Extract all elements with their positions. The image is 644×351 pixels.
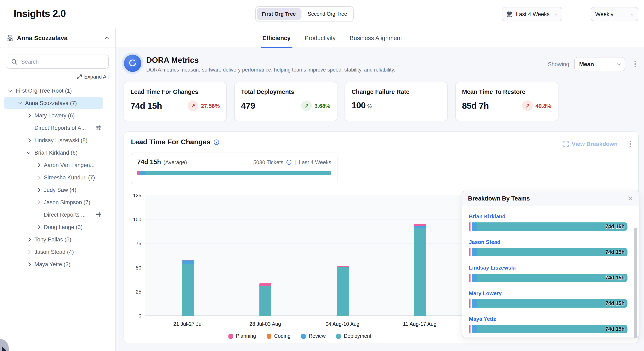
planning-segment [469, 222, 470, 231]
showing-label: Showing [548, 61, 569, 67]
tree-item[interactable]: Jason Simpson (7) [4, 196, 103, 208]
info-icon[interactable] [214, 139, 220, 145]
tab-business-alignment[interactable]: Business Alignment [350, 28, 402, 48]
y-tick-label: 25 [126, 289, 141, 295]
drawer-expand-handle[interactable] [0, 339, 9, 351]
chevron-down-icon [17, 100, 22, 104]
team-item: Maya Yette74d 15h [469, 315, 628, 333]
expand-all-button[interactable]: Expand All [0, 74, 115, 80]
deployment-segment: 74d 15h [477, 325, 628, 333]
chart-y-axis: 0255075100125 [126, 196, 141, 316]
tree-item[interactable]: Anna Scozzafava (7) [4, 97, 103, 109]
review-segment [472, 222, 477, 231]
tree-item[interactable]: Jason Stead (4) [4, 246, 103, 258]
team-bar[interactable]: 74d 15h [469, 248, 628, 256]
y-tick-label: 125 [126, 193, 141, 198]
separator: | [294, 159, 296, 165]
delta-badge: ↗40.8% [522, 101, 551, 111]
dora-section-title: DORA Metrics [146, 56, 199, 65]
team-bar[interactable]: 74d 15h [469, 222, 628, 231]
team-value: 74d 15h [606, 300, 624, 306]
tabs-bar: Efficiency Productivity Business Alignme… [116, 28, 644, 48]
legend-item-coding[interactable]: Coding [267, 333, 290, 339]
chart-legend: PlanningCodingReviewDeployment [146, 333, 454, 339]
tab-productivity[interactable]: Productivity [305, 28, 336, 48]
granularity-select[interactable]: Weekly [591, 7, 638, 21]
team-bar[interactable]: 74d 15h [469, 299, 628, 307]
bar-1[interactable] [182, 260, 194, 316]
tree-item-label: Brian Kirkland (6) [34, 149, 78, 156]
legend-swatch [228, 334, 233, 338]
metric-card-title: Lead Time For Changes [130, 89, 220, 95]
planning-segment [469, 248, 470, 256]
bar-3[interactable] [336, 266, 348, 316]
team-name-link[interactable]: Lindsay Liszewski [469, 265, 516, 271]
tree-item[interactable]: Lindsay Liszewski (8) [4, 134, 103, 146]
tree-item[interactable]: First Org Tree Root (1) [4, 84, 103, 97]
toggle-first-org-tree[interactable]: First Org Tree [257, 8, 301, 20]
teams-list: Brian Kirkland74d 15hJason Stead74d 15hL… [469, 212, 628, 333]
tree-item[interactable]: Doug Lange (3) [4, 221, 103, 233]
tree-item[interactable]: Brian Kirkland (6) [4, 146, 103, 159]
planning-segment [469, 299, 470, 307]
review-segment [472, 299, 477, 307]
toggle-second-org-tree[interactable]: Second Org Tree [303, 8, 352, 20]
y-tick-label: 100 [126, 217, 141, 222]
main-content: DORA Metrics DORA metrics measure softwa… [116, 48, 644, 351]
filters-icon[interactable] [96, 212, 101, 217]
date-range-select[interactable]: Last 4 Weeks [502, 7, 562, 21]
bar-4[interactable] [414, 224, 426, 316]
showing-value: Mean [579, 61, 618, 67]
team-name-link[interactable]: Jason Stead [469, 239, 500, 245]
tree-item-label: Jason Simpson (7) [44, 199, 90, 205]
legend-item-review[interactable]: Review [301, 333, 326, 339]
breakdown-panel-title: Breakdown By Teams [468, 195, 628, 202]
filters-icon[interactable] [96, 125, 101, 131]
bar-2[interactable] [259, 283, 271, 316]
trend-up-icon: ↗ [188, 101, 198, 111]
tab-efficiency[interactable]: Efficiency [262, 28, 290, 48]
legend-item-planning[interactable]: Planning [228, 333, 256, 339]
tree-item[interactable]: Maya Yette (3) [4, 258, 103, 270]
kebab-menu-icon[interactable] [632, 60, 638, 69]
team-name-link[interactable]: Maya Yette [469, 316, 496, 322]
tree-item[interactable]: Mary Lowery (6) [4, 109, 103, 122]
tree-item[interactable]: Aaron Van Langen... [4, 159, 103, 171]
review-segment [414, 226, 426, 228]
view-breakdown-button[interactable]: View Breakdown [564, 141, 618, 147]
team-bar[interactable]: 74d 15h [469, 274, 628, 282]
tickets-count: 5030 Tickets [253, 159, 284, 165]
scrollbar-thumb[interactable] [634, 228, 637, 338]
sidebar-header[interactable]: Anna Scozzafava [0, 28, 115, 48]
period-label: Last 4 Weeks [299, 159, 331, 165]
tree-item-label: Lindsay Liszewski (8) [34, 137, 88, 143]
showing-select[interactable]: Mean [574, 57, 625, 71]
chevron-right-icon [36, 188, 40, 192]
planning-segment [259, 283, 271, 286]
chevron-right-icon [27, 138, 31, 142]
tree-item[interactable]: Judy Saw (4) [4, 184, 103, 196]
team-name-link[interactable]: Mary Lowery [469, 290, 502, 296]
tree-item[interactable]: Tony Pallas (5) [4, 233, 103, 246]
search-input[interactable] [21, 59, 104, 65]
close-icon[interactable]: ✕ [628, 195, 634, 202]
metric-card-title: Total Deployments [241, 89, 330, 95]
tree-item-label: Aaron Van Langen... [44, 162, 94, 168]
dora-cycle-icon [124, 55, 141, 72]
average-label: (Average) [164, 159, 187, 165]
tree-item[interactable]: Direct Reports of A... [4, 122, 103, 134]
metric-card-unit: % [367, 103, 372, 109]
delta-value: 40.8% [535, 103, 551, 109]
legend-item-deployment[interactable]: Deployment [336, 333, 371, 339]
chevron-up-icon[interactable] [105, 36, 109, 41]
tree-item-label: Anna Scozzafava (7) [25, 100, 77, 106]
tree-item[interactable]: Sireesha Kunduri (7) [4, 171, 103, 184]
review-segment [182, 261, 194, 264]
chevron-down-icon [27, 150, 31, 154]
tree-item[interactable]: Direct Reports ... [4, 208, 103, 221]
info-icon[interactable] [286, 159, 292, 165]
team-name-link[interactable]: Brian Kirkland [469, 213, 506, 219]
team-item: Lindsay Liszewski74d 15h [469, 264, 628, 282]
kebab-menu-icon[interactable] [628, 139, 633, 148]
team-bar[interactable]: 74d 15h [469, 325, 628, 333]
